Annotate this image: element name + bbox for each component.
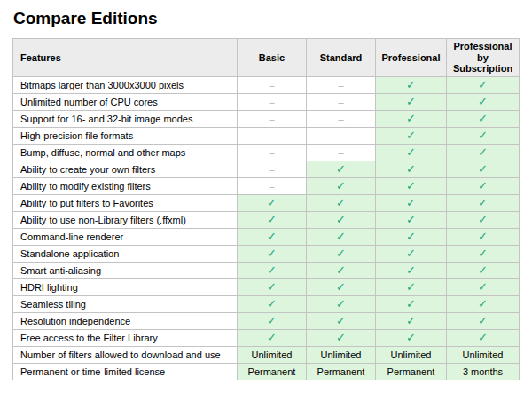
value-cell-included: ✓ (307, 211, 376, 228)
check-icon: ✓ (478, 196, 488, 209)
dash-icon: – (269, 114, 274, 124)
check-icon: ✓ (336, 331, 346, 344)
check-icon: ✓ (406, 78, 416, 91)
value-cell-not-included: – (238, 144, 307, 161)
check-icon: ✓ (478, 179, 488, 192)
table-row: Resolution independence✓✓✓✓ (13, 312, 520, 329)
check-icon: ✓ (406, 196, 416, 209)
feature-cell: Bump, diffuse, normal and other maps (13, 144, 238, 161)
check-icon: ✓ (336, 247, 346, 260)
column-header-features: Features (13, 39, 238, 77)
feature-cell: Command-line renderer (13, 228, 238, 245)
table-row: Support for 16- and 32-bit image modes––… (13, 110, 520, 127)
column-header-professional: Professional (376, 39, 447, 77)
check-icon: ✓ (336, 297, 346, 310)
dash-icon: – (269, 147, 274, 158)
value-cell-not-included: – (238, 76, 307, 93)
value-cell-included: ✓ (376, 177, 447, 194)
check-icon: ✓ (478, 263, 488, 277)
value-cell-included: ✓ (447, 144, 520, 161)
value-cell-included: ✓ (376, 228, 447, 245)
check-icon: ✓ (406, 263, 416, 277)
check-icon: ✓ (336, 263, 346, 277)
value-cell-included: ✓ (238, 278, 307, 295)
check-icon: ✓ (406, 145, 416, 159)
value-cell-not-included: – (307, 144, 376, 161)
value-cell-included: ✓ (447, 312, 520, 329)
value-cell-included: ✓ (376, 127, 447, 144)
value-cell-not-included: – (238, 127, 307, 144)
check-icon: ✓ (336, 179, 346, 192)
value-cell-not-included: – (238, 93, 307, 110)
dash-icon: – (338, 97, 343, 107)
value-cell-not-included: – (238, 177, 307, 194)
check-icon: ✓ (406, 331, 416, 344)
check-icon: ✓ (267, 263, 277, 277)
value-cell-not-included: – (238, 110, 307, 127)
column-header-standard: Standard (307, 39, 376, 77)
check-icon: ✓ (478, 129, 488, 142)
value-cell-included: ✓ (376, 262, 447, 278)
check-icon: ✓ (406, 112, 416, 125)
value-cell-included: ✓ (307, 278, 376, 295)
feature-cell: HDRI lighting (13, 278, 238, 295)
column-header-basic: Basic (238, 39, 307, 77)
value-cell-included: ✓ (447, 245, 520, 262)
value-cell-included: ✓ (376, 76, 447, 93)
check-icon: ✓ (478, 112, 488, 125)
value-cell-included: ✓ (307, 262, 376, 278)
value-cell-not-included: – (307, 110, 376, 127)
value-cell-text: Unlimited (238, 346, 307, 363)
dash-icon: – (338, 130, 343, 141)
feature-cell: Smart anti-aliasing (13, 262, 238, 278)
check-icon: ✓ (478, 162, 488, 176)
value-cell-included: ✓ (307, 329, 376, 346)
dash-icon: – (338, 114, 343, 124)
value-cell-included: ✓ (447, 278, 520, 295)
check-icon: ✓ (406, 162, 416, 176)
table-row: Smart anti-aliasing✓✓✓✓ (13, 262, 520, 278)
value-cell-included: ✓ (307, 161, 376, 177)
value-cell-not-included: – (307, 76, 376, 93)
feature-cell: Resolution independence (13, 312, 238, 329)
table-row: Ability to modify existing filters–✓✓✓ (13, 177, 520, 194)
check-icon: ✓ (267, 196, 277, 209)
value-cell-included: ✓ (238, 194, 307, 211)
table-row: Free access to the Filter Library✓✓✓✓ (13, 329, 520, 346)
value-cell-included: ✓ (376, 93, 447, 110)
check-icon: ✓ (406, 213, 416, 226)
table-row: Permanent or time-limited licensePermane… (13, 363, 520, 380)
check-icon: ✓ (406, 230, 416, 243)
check-icon: ✓ (406, 297, 416, 310)
value-cell-included: ✓ (376, 161, 447, 177)
check-icon: ✓ (267, 247, 277, 260)
check-icon: ✓ (478, 145, 488, 159)
feature-cell: Number of filters allowed to download an… (13, 346, 238, 363)
value-cell-included: ✓ (447, 329, 520, 346)
feature-cell: Permanent or time-limited license (13, 363, 238, 380)
feature-cell: High-precision file formats (13, 127, 238, 144)
value-cell-included: ✓ (238, 245, 307, 262)
check-icon: ✓ (267, 331, 277, 344)
check-icon: ✓ (478, 95, 488, 108)
value-cell-included: ✓ (447, 211, 520, 228)
value-cell-included: ✓ (376, 312, 447, 329)
value-cell-included: ✓ (238, 295, 307, 312)
dash-icon: – (269, 80, 274, 90)
dash-icon: – (269, 164, 274, 175)
value-cell-included: ✓ (376, 295, 447, 312)
table-row: Ability to put filters to Favorites✓✓✓✓ (13, 194, 520, 211)
value-cell-text: Permanent (307, 363, 376, 380)
check-icon: ✓ (336, 162, 346, 176)
compare-editions-table: FeaturesBasicStandardProfessionalProfess… (12, 38, 520, 380)
check-icon: ✓ (478, 297, 488, 310)
check-icon: ✓ (478, 280, 488, 294)
table-row: Bump, diffuse, normal and other maps––✓✓ (13, 144, 520, 161)
page-title: Compare Editions (13, 9, 520, 28)
check-icon: ✓ (267, 297, 277, 310)
value-cell-included: ✓ (307, 295, 376, 312)
check-icon: ✓ (336, 196, 346, 209)
table-row: HDRI lighting✓✓✓✓ (13, 278, 520, 295)
value-cell-included: ✓ (447, 110, 520, 127)
check-icon: ✓ (478, 78, 488, 91)
